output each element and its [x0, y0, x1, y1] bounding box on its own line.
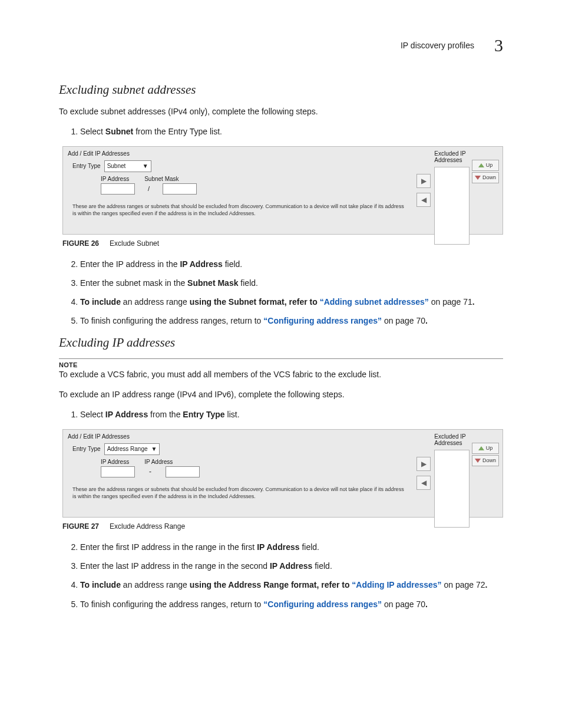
panel-title-left: Add / Edit IP Addresses — [68, 150, 411, 157]
link-configuring-address-ranges-2[interactable]: “Configuring address ranges” — [263, 599, 382, 609]
link-adding-ip-addresses[interactable]: “Adding IP addresses” — [352, 580, 441, 589]
step-2: Enter the IP address in the IP Address f… — [80, 258, 503, 270]
down-button[interactable]: Down — [472, 172, 499, 183]
header-title: IP discovery profiles — [401, 41, 474, 50]
step-2b: Enter the first IP address in the range … — [80, 541, 503, 553]
ip-address-label-b: IP Address — [144, 459, 173, 465]
down-icon — [475, 459, 481, 463]
move-left-button[interactable]: ◀ — [416, 193, 431, 207]
section-heading-excluding-ip: Excluding IP addresses — [59, 335, 503, 350]
step-4b: To include an address range using the Ad… — [80, 579, 503, 591]
subnet-mask-input[interactable] — [163, 183, 197, 195]
down-button-2[interactable]: Down — [472, 455, 499, 466]
chevron-down-icon: ▼ — [143, 163, 148, 169]
help-text-2: These are the address ranges or subnets … — [72, 486, 406, 500]
entry-type-label-2: Entry Type — [72, 446, 101, 452]
chapter-number: 3 — [494, 35, 503, 55]
entry-type-label: Entry Type — [72, 163, 101, 169]
move-right-button[interactable]: ▶ — [416, 174, 431, 188]
note-divider — [59, 358, 503, 359]
step-3b: Enter the last IP address in the range i… — [80, 560, 503, 572]
intro-text: To exclude subnet addresses (IPv4 only),… — [59, 106, 503, 117]
panel-title-left-2: Add / Edit IP Addresses — [68, 433, 411, 440]
step-5b: To finish configuring the address ranges… — [80, 598, 503, 610]
dash-separator: - — [149, 467, 151, 476]
up-button-2[interactable]: Up — [472, 443, 499, 454]
move-left-button-2[interactable]: ◀ — [416, 476, 431, 490]
up-icon — [478, 163, 484, 167]
step-4: To include an address range using the Su… — [80, 296, 503, 308]
ip-to-input[interactable] — [166, 466, 200, 477]
step-1b: Select IP Address from the Entry Type li… — [80, 409, 503, 420]
link-adding-subnet-addresses[interactable]: “Adding subnet addresses” — [320, 297, 429, 307]
running-header: IP discovery profiles 3 — [59, 35, 503, 55]
move-right-button-2[interactable]: ▶ — [416, 457, 431, 471]
note-label: NOTE — [59, 361, 503, 368]
help-text: These are the address ranges or subnets … — [72, 203, 406, 217]
entry-type-select[interactable]: Subnet▼ — [104, 160, 151, 172]
slash-separator: / — [148, 185, 150, 192]
up-button[interactable]: Up — [472, 160, 499, 171]
ip-address-label-a: IP Address — [101, 459, 129, 465]
subnet-mask-label: Subnet Mask — [144, 176, 178, 182]
intro-text-2: To exclude an IP address range (IPv4 and… — [59, 388, 503, 400]
panel-title-right: Excluded IP Addresses — [434, 150, 470, 163]
section-heading-excluding-subnet: Excluding subnet addresses — [59, 83, 503, 97]
excluded-list[interactable] — [434, 167, 470, 245]
up-icon — [478, 446, 484, 450]
link-configuring-address-ranges[interactable]: “Configuring address ranges” — [263, 316, 382, 325]
ip-address-label: IP Address — [101, 176, 129, 182]
panel-title-right-2: Excluded IP Addresses — [434, 433, 470, 446]
down-icon — [475, 176, 481, 180]
figure-27-dialog: Add / Edit IP Addresses Entry Type Addre… — [62, 429, 503, 518]
entry-type-select-2[interactable]: Address Range▼ — [104, 443, 160, 455]
note-text: To exclude a VCS fabric, you must add al… — [59, 368, 503, 380]
excluded-list-2[interactable] — [434, 450, 470, 528]
step-5: To finish configuring the address ranges… — [80, 315, 503, 327]
step-1: Select Subnet from the Entry Type list. — [80, 126, 503, 137]
step-3: Enter the subnet mask in the Subnet Mask… — [80, 277, 503, 289]
figure-26-dialog: Add / Edit IP Addresses Entry Type Subne… — [62, 146, 503, 235]
ip-address-input[interactable] — [101, 183, 135, 195]
ip-from-input[interactable] — [101, 466, 135, 477]
chevron-down-icon: ▼ — [151, 446, 157, 452]
